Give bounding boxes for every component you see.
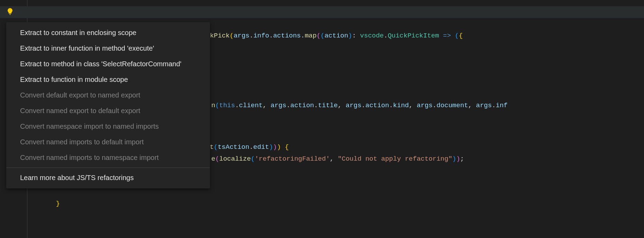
code-token: localize	[219, 155, 251, 163]
refactor-menu-item[interactable]: Extract to inner function in method 'exe…	[6, 41, 210, 56]
code-token: ,	[338, 102, 342, 109]
code-token	[439, 32, 443, 40]
code-token: QuickPickItem	[388, 32, 439, 40]
code-token: (	[215, 155, 219, 163]
code-token: edit	[253, 143, 269, 151]
code-token: ,	[330, 155, 334, 163]
code-line-7[interactable]: n(this.client, args.action.title, args.a…	[211, 100, 508, 111]
code-token: (	[455, 32, 459, 40]
code-token: title	[318, 102, 338, 109]
code-token: (	[214, 143, 218, 151]
code-token: ,	[468, 102, 472, 109]
code-token: (	[230, 32, 233, 40]
code-token: e	[211, 155, 215, 163]
code-token: (	[317, 32, 320, 40]
code-token: {	[285, 143, 289, 151]
code-token: )	[269, 143, 273, 151]
refactor-menu-item: Convert default export to named export	[6, 87, 210, 103]
code-token: this	[219, 102, 235, 109]
code-token: ;	[460, 155, 464, 163]
code-token: .	[433, 102, 436, 109]
code-token: args	[476, 102, 492, 109]
code-token: )	[452, 155, 456, 163]
code-token: )	[273, 143, 277, 151]
code-token: "Could not apply refactoring"	[338, 155, 452, 163]
code-token: {	[459, 32, 462, 40]
code-token: )	[456, 155, 460, 163]
code-token: .	[249, 32, 253, 40]
code-token	[267, 102, 271, 109]
code-token: .	[389, 102, 393, 109]
refactor-menu-item[interactable]: Extract to function in module scope	[6, 72, 210, 87]
code-token: .	[384, 32, 388, 40]
code-token: =>	[443, 32, 451, 40]
code-line-13[interactable]: }	[40, 186, 60, 221]
code-token: action	[325, 32, 348, 40]
code-token: (	[215, 102, 219, 109]
code-token: (	[320, 32, 324, 40]
code-token: .	[235, 102, 239, 109]
code-token: client	[239, 102, 263, 109]
code-token	[472, 102, 476, 109]
refactor-menu-item: Convert named imports to namespace impor…	[6, 150, 210, 165]
code-token: action	[290, 102, 314, 109]
code-token: (	[251, 155, 255, 163]
code-token: info	[253, 32, 269, 40]
code-token	[451, 32, 455, 40]
code-token: args	[417, 102, 433, 109]
code-token: args	[346, 102, 362, 109]
code-token: .	[269, 32, 273, 40]
code-token: .	[361, 102, 365, 109]
code-token: inf	[496, 102, 508, 109]
code-token: map	[305, 32, 317, 40]
code-line-11[interactable]: e(localize('refactoringFailed', "Could n…	[211, 153, 464, 165]
code-token	[342, 102, 345, 109]
close-brace: }	[56, 200, 60, 207]
refactor-menu-item: Convert namespace import to named import…	[6, 119, 210, 134]
lightbulb-icon[interactable]	[6, 8, 14, 15]
code-token: actions	[273, 32, 301, 40]
code-token: .	[249, 143, 253, 151]
code-token: vscode	[360, 32, 383, 40]
code-token: ,	[409, 102, 413, 109]
code-token	[281, 143, 285, 151]
code-token: .	[286, 102, 290, 109]
code-token: kind	[393, 102, 409, 109]
code-token	[413, 102, 417, 109]
code-token: ,	[263, 102, 266, 109]
code-token: action	[365, 102, 389, 109]
code-token: .	[301, 32, 305, 40]
refactor-menu-item[interactable]: Extract to method in class 'SelectRefact…	[6, 56, 210, 72]
code-token: :	[352, 32, 356, 40]
code-token: args	[271, 102, 286, 109]
code-token	[334, 155, 337, 163]
refactor-menu-item: Convert named export to default export	[6, 103, 210, 119]
code-token	[356, 32, 360, 40]
code-token: .	[314, 102, 318, 109]
refactor-context-menu: Extract to constant in enclosing scopeEx…	[6, 22, 210, 188]
refactor-menu-item[interactable]: Extract to constant in enclosing scope	[6, 25, 210, 41]
code-token: )	[277, 143, 281, 151]
code-token: .	[492, 102, 496, 109]
code-token: )	[348, 32, 352, 40]
code-token: args	[233, 32, 249, 40]
code-token: n	[211, 102, 215, 109]
code-token: tsAction	[218, 143, 249, 151]
menu-separator	[6, 168, 210, 168]
refactor-menu-item: Convert named imports to default import	[6, 134, 210, 150]
code-token: 'refactoringFailed'	[255, 155, 330, 163]
learn-more-link[interactable]: Learn more about JS/TS refactorings	[6, 170, 210, 186]
code-token: document	[436, 102, 468, 109]
